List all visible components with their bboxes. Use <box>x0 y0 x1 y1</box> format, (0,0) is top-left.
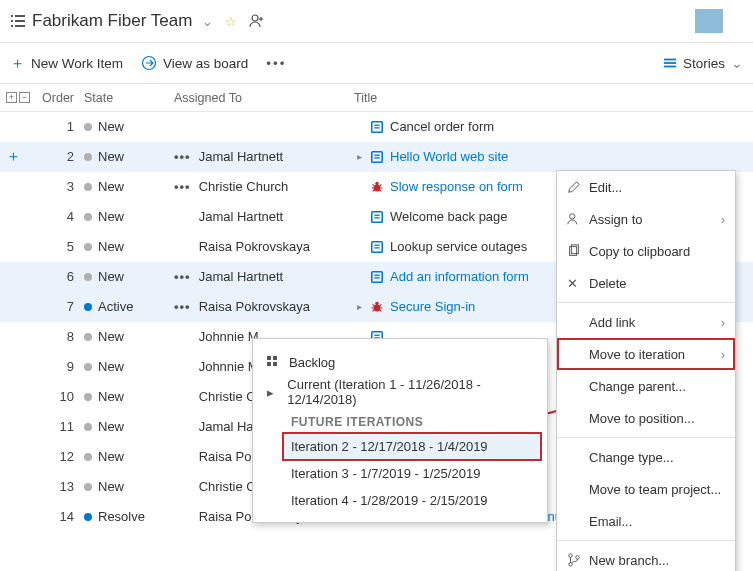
work-item-title: Add an information form <box>390 269 529 284</box>
col-order[interactable]: Order <box>34 91 84 105</box>
state-dot-icon <box>84 333 92 341</box>
assigned-cell: •••Christie Church <box>174 179 354 194</box>
view-as-board-label: View as board <box>163 56 248 71</box>
work-item-row[interactable]: 1New•••Cancel order form <box>0 112 753 142</box>
col-state[interactable]: State <box>84 91 174 105</box>
work-item-title: Cancel order form <box>390 119 494 134</box>
svg-rect-0 <box>11 15 13 17</box>
board-arrow-icon <box>141 55 157 71</box>
order-cell: 13 <box>34 479 84 494</box>
state-dot-icon <box>84 153 92 161</box>
ctx-delete[interactable]: ✕ Delete <box>557 267 735 299</box>
ctx-edit[interactable]: Edit... <box>557 171 735 203</box>
ctx-change-parent[interactable]: Change parent... <box>557 370 735 402</box>
chevron-right-icon[interactable]: ▸ <box>354 151 364 162</box>
order-cell: 14 <box>34 509 84 524</box>
svg-line-43 <box>380 309 382 311</box>
state-cell: New <box>84 389 174 404</box>
state-cell: New <box>84 149 174 164</box>
more-icon[interactable]: ••• <box>174 269 191 284</box>
svg-rect-30 <box>372 241 383 252</box>
col-title[interactable]: Title <box>354 91 753 105</box>
ctx-move-position[interactable]: Move to position... <box>557 402 735 434</box>
svg-line-26 <box>380 189 382 191</box>
state-cell: New <box>84 269 174 284</box>
avatar[interactable] <box>695 9 723 33</box>
order-cell: 3 <box>34 179 84 194</box>
ctx-move-team-project[interactable]: Move to team project... <box>557 473 735 505</box>
work-item-title: Hello World web site <box>390 149 508 164</box>
ctx-copy[interactable]: Copy to clipboard <box>557 235 735 267</box>
svg-line-42 <box>373 309 375 311</box>
chevron-down-icon: ⌄ <box>731 55 743 71</box>
new-work-item-button[interactable]: ＋ New Work Item <box>10 54 123 73</box>
chevron-right-icon: › <box>721 212 725 227</box>
order-cell: 1 <box>34 119 84 134</box>
ctx-change-type[interactable]: Change type... <box>557 441 735 473</box>
title-cell[interactable]: Cancel order form <box>354 119 753 134</box>
separator <box>557 540 735 541</box>
more-icon[interactable]: ••• <box>174 179 191 194</box>
order-cell: 5 <box>34 239 84 254</box>
person-icon <box>567 212 589 226</box>
state-dot-icon <box>84 363 92 371</box>
assigned-cell: •••Jamal Hartnett <box>174 209 354 224</box>
more-actions[interactable]: ••• <box>266 56 286 71</box>
svg-point-20 <box>375 181 379 185</box>
expand-collapse-controls[interactable]: +− <box>6 92 34 103</box>
user-story-icon <box>370 270 384 284</box>
title-cell[interactable]: ▸Hello World web site <box>354 149 753 164</box>
view-as-board-button[interactable]: View as board <box>141 55 248 71</box>
iteration-backlog[interactable]: Backlog <box>253 347 547 377</box>
assigned-cell: •••Raisa Pokrovskaya <box>174 239 354 254</box>
assigned-cell: •••Jamal Hartnett <box>174 269 354 284</box>
row-handle[interactable]: ＋ <box>6 147 34 166</box>
ctx-assign-to[interactable]: Assign to › <box>557 203 735 235</box>
svg-rect-67 <box>267 362 271 366</box>
iteration-option-3[interactable]: Iteration 3 - 1/7/2019 - 1/25/2019 <box>253 460 547 487</box>
work-item-row[interactable]: ＋2New•••Jamal Hartnett▸Hello World web s… <box>0 142 753 172</box>
iteration-option-2[interactable]: Iteration 2 - 12/17/2018 - 1/4/2019 <box>283 433 541 460</box>
svg-rect-1 <box>15 15 25 17</box>
stories-label: Stories <box>683 56 725 71</box>
state-dot-icon <box>84 273 92 281</box>
iteration-current[interactable]: ▸ Current (Iteration 1 - 11/26/2018 - 12… <box>253 377 547 407</box>
more-icon[interactable]: ••• <box>174 299 191 314</box>
iteration-option-4[interactable]: Iteration 4 - 1/28/2019 - 2/15/2019 <box>253 487 547 514</box>
svg-rect-5 <box>15 25 25 27</box>
context-menu: Edit... Assign to › Copy to clipboard ✕ … <box>556 170 736 571</box>
team-title[interactable]: Fabrikam Fiber Team <box>32 11 192 31</box>
person-add-icon[interactable] <box>249 13 265 29</box>
stories-dropdown[interactable]: Stories ⌄ <box>663 55 743 71</box>
state-cell: New <box>84 179 174 194</box>
ctx-move-to-iteration[interactable]: Move to iteration › <box>557 338 735 370</box>
state-dot-icon <box>84 303 92 311</box>
chevron-right-icon: › <box>721 315 725 330</box>
page-header: Fabrikam Fiber Team ⌄ ☆ <box>0 0 753 42</box>
col-assigned[interactable]: Assigned To <box>174 91 354 105</box>
svg-rect-68 <box>273 362 277 366</box>
more-icon[interactable]: ••• <box>174 149 191 164</box>
work-item-title: Welcome back page <box>390 209 508 224</box>
star-icon[interactable]: ☆ <box>225 14 237 29</box>
plus-icon: ＋ <box>6 147 21 166</box>
ctx-new-branch[interactable]: New branch... <box>557 544 735 571</box>
svg-point-6 <box>252 15 258 21</box>
stack-icon <box>663 56 677 70</box>
svg-rect-65 <box>267 356 271 360</box>
user-story-icon <box>370 150 384 164</box>
ctx-add-link[interactable]: Add link › <box>557 306 735 338</box>
svg-rect-3 <box>15 20 25 22</box>
state-cell: New <box>84 449 174 464</box>
pencil-icon <box>567 180 589 194</box>
backlog-icon <box>10 13 26 29</box>
order-cell: 11 <box>34 419 84 434</box>
state-dot-icon <box>84 423 92 431</box>
ctx-email[interactable]: Email... <box>557 505 735 537</box>
user-story-icon <box>370 120 384 134</box>
bug-icon <box>370 180 384 194</box>
column-header-row: +− Order State Assigned To Title <box>0 84 753 112</box>
state-dot-icon <box>84 483 92 491</box>
chevron-right-icon[interactable]: ▸ <box>354 301 364 312</box>
chevron-down-icon[interactable]: ⌄ <box>202 14 213 29</box>
